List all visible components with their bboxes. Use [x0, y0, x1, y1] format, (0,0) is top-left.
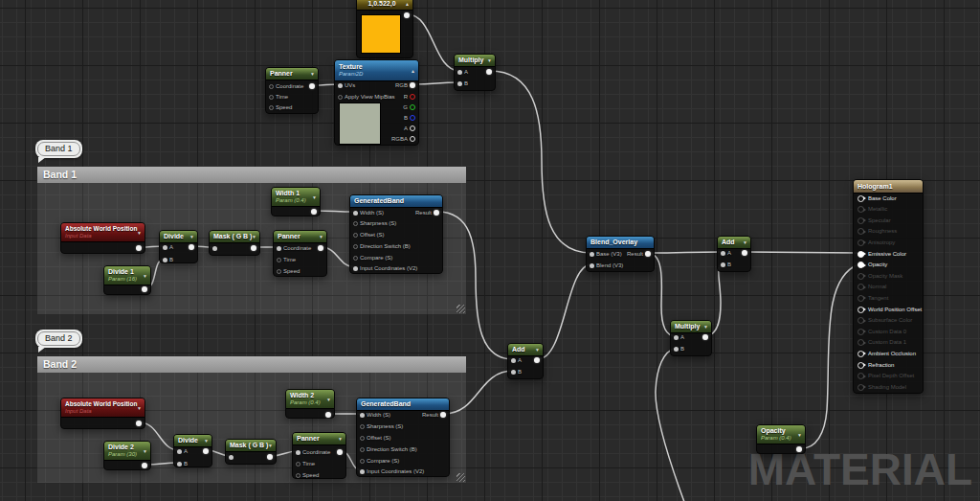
- node-generated-band-1[interactable]: GeneratedBandWidth (S)Sharpness (S)Offse…: [349, 194, 443, 274]
- input-pin[interactable]: [353, 221, 358, 226]
- output-pin[interactable]: [796, 446, 802, 452]
- collapse-chevron-icon[interactable]: ▼: [797, 432, 802, 437]
- input-pin[interactable]: [721, 262, 725, 267]
- output-pin[interactable]: [325, 412, 331, 418]
- collapse-chevron-icon[interactable]: ▼: [268, 444, 273, 448]
- output-pin[interactable]: [410, 104, 415, 110]
- node-header[interactable]: 1,0.522,0▲: [357, 0, 412, 11]
- node-hologram1[interactable]: Hologram1Base ColorMetallicSpecularRough…: [853, 179, 924, 394]
- collapse-chevron-icon[interactable]: ▼: [189, 235, 194, 239]
- collapse-chevron-icon[interactable]: ▲: [405, 2, 410, 7]
- output-pin[interactable]: [318, 245, 323, 251]
- wire-opacity-to-opacity-pin[interactable]: [800, 264, 858, 448]
- collapse-chevron-icon[interactable]: ▼: [252, 235, 256, 239]
- output-pin[interactable]: [410, 136, 415, 142]
- node-header[interactable]: Divide 1Param (16)▼: [104, 266, 150, 285]
- input-pin[interactable]: [269, 95, 274, 100]
- wire-genband1-to-add-a[interactable]: [437, 212, 513, 359]
- node-header[interactable]: Panner▼: [293, 433, 345, 445]
- output-pin[interactable]: [410, 125, 415, 131]
- wire-texture-rgb-to-multiply-b[interactable]: [413, 82, 459, 84]
- node-panner-1[interactable]: Panner▼CoordinateTimeSpeed: [273, 230, 327, 277]
- material-input-pin[interactable]: [858, 362, 864, 369]
- output-pin[interactable]: [189, 244, 194, 250]
- output-pin[interactable]: [309, 83, 315, 89]
- node-abs-world-position-1[interactable]: Absolute World PositionInput Data▼: [60, 222, 145, 254]
- node-header[interactable]: Panner▼: [266, 68, 318, 80]
- input-pin[interactable]: [269, 105, 274, 110]
- node-header[interactable]: Add▼: [718, 237, 750, 249]
- node-header[interactable]: Divide▼: [160, 231, 197, 243]
- input-pin[interactable]: [674, 347, 679, 352]
- node-divide-op-1[interactable]: Divide▼AB: [159, 230, 198, 263]
- node-header[interactable]: Multiply▼: [455, 55, 495, 67]
- material-input-pin[interactable]: [858, 339, 864, 346]
- material-input-pin[interactable]: [858, 239, 864, 246]
- collapse-chevron-icon[interactable]: ▼: [703, 325, 708, 330]
- wire-genband2-to-add-b[interactable]: [444, 371, 513, 414]
- input-pin[interactable]: [296, 462, 301, 467]
- output-pin[interactable]: [410, 82, 415, 88]
- collapse-chevron-icon[interactable]: ▼: [535, 348, 540, 353]
- input-pin[interactable]: [353, 233, 358, 238]
- node-width-1[interactable]: Width 1Param (0.4)▼: [271, 187, 321, 216]
- material-input-pin[interactable]: [858, 317, 864, 324]
- collapse-chevron-icon[interactable]: ▼: [137, 230, 142, 235]
- input-pin[interactable]: [296, 450, 301, 455]
- material-input-pin[interactable]: [858, 384, 864, 391]
- input-pin[interactable]: [353, 244, 358, 249]
- output-pin[interactable]: [440, 412, 446, 418]
- material-input-pin[interactable]: [858, 329, 864, 335]
- node-panner-top[interactable]: Panner▼CoordinateTimeSpeed: [265, 67, 319, 114]
- material-input-pin[interactable]: [858, 273, 864, 280]
- material-input-pin[interactable]: [858, 307, 864, 313]
- input-pin[interactable]: [269, 84, 274, 89]
- collapse-chevron-icon[interactable]: ▼: [338, 437, 343, 442]
- material-input-pin[interactable]: [858, 217, 864, 224]
- node-header[interactable]: Multiply▼: [671, 321, 711, 333]
- input-pin[interactable]: [674, 335, 679, 340]
- material-graph-canvas[interactable]: MATERIAL Band 1Band 1Band 2Band 21,0.522…: [0, 0, 980, 501]
- collapse-chevron-icon[interactable]: ▼: [143, 448, 147, 453]
- node-header[interactable]: Mask ( G B )▼: [210, 231, 259, 243]
- input-pin[interactable]: [511, 370, 516, 375]
- input-pin[interactable]: [511, 358, 516, 363]
- output-pin[interactable]: [534, 357, 540, 363]
- output-pin[interactable]: [702, 334, 708, 340]
- collapse-chevron-icon[interactable]: ▼: [487, 58, 492, 63]
- node-add-right[interactable]: Add▼AB: [717, 236, 751, 272]
- node-header[interactable]: Mask ( G B )▼: [226, 440, 276, 452]
- collapse-chevron-icon[interactable]: ▲: [411, 68, 415, 73]
- collapse-chevron-icon[interactable]: ▼: [204, 439, 209, 444]
- input-pin[interactable]: [163, 258, 167, 262]
- input-pin[interactable]: [457, 70, 462, 75]
- output-pin[interactable]: [251, 245, 256, 251]
- output-pin[interactable]: [486, 69, 492, 75]
- input-pin[interactable]: [277, 269, 281, 274]
- input-pin[interactable]: [353, 256, 358, 261]
- output-pin[interactable]: [337, 449, 343, 455]
- material-input-pin[interactable]: [858, 228, 864, 235]
- node-texture[interactable]: TextureParam2D▲UVsApply View MipBiasRGBR…: [334, 59, 419, 146]
- output-pin[interactable]: [742, 250, 747, 256]
- output-pin[interactable]: [645, 251, 651, 257]
- wire-offscreen-to-multiply-b[interactable]: [656, 348, 687, 501]
- wire-multiply-to-blend-base[interactable]: [490, 71, 591, 253]
- output-pin[interactable]: [311, 209, 317, 215]
- node-header[interactable]: Absolute World PositionInput Data▼: [61, 223, 145, 242]
- input-pin[interactable]: [353, 266, 358, 271]
- node-header[interactable]: GeneratedBand: [357, 399, 449, 411]
- node-mask-gb-1[interactable]: Mask ( G B )▼: [209, 230, 260, 256]
- collapse-chevron-icon[interactable]: ▼: [137, 405, 142, 410]
- node-abs-world-position-2[interactable]: Absolute World PositionInput Data▼: [60, 398, 145, 429]
- input-pin[interactable]: [177, 462, 182, 467]
- material-input-pin[interactable]: [858, 262, 864, 268]
- input-pin[interactable]: [360, 413, 365, 418]
- node-multiply-top[interactable]: Multiply▼AB: [454, 54, 496, 91]
- wire-blend-to-add-right-a[interactable]: [649, 252, 723, 253]
- input-pin[interactable]: [457, 81, 462, 86]
- node-header[interactable]: Divide 2Param (30)▼: [104, 442, 150, 461]
- output-pin[interactable]: [434, 210, 439, 216]
- node-header[interactable]: Absolute World PositionInput Data▼: [61, 399, 145, 418]
- input-pin[interactable]: [277, 246, 281, 251]
